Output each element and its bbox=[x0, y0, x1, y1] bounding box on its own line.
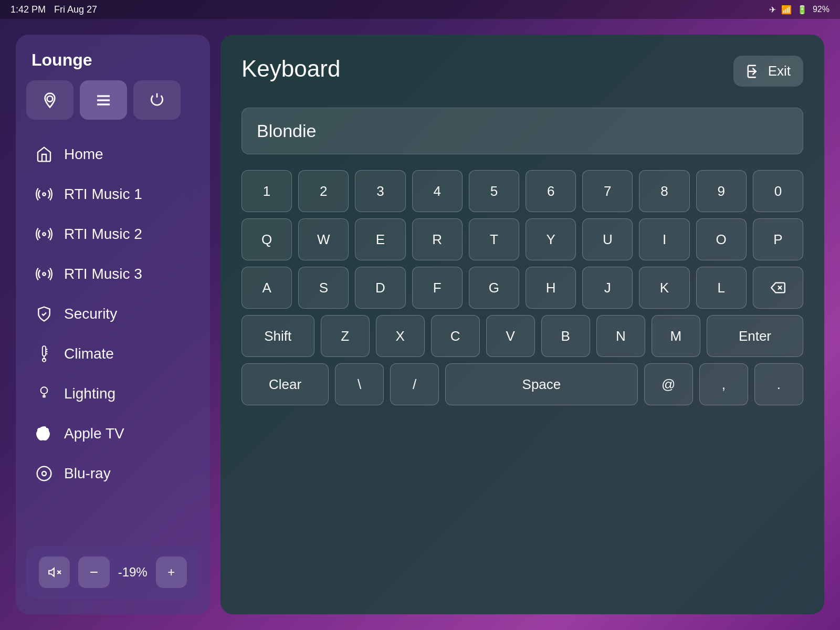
volume-value: -19% bbox=[118, 565, 148, 580]
rti-music-3-icon bbox=[35, 265, 54, 284]
key-at[interactable]: @ bbox=[644, 363, 693, 405]
key-clear[interactable]: Clear bbox=[242, 363, 329, 405]
sidebar-item-apple-tv[interactable]: Apple TV bbox=[26, 415, 200, 453]
climate-icon bbox=[35, 344, 54, 363]
key-n[interactable]: N bbox=[596, 315, 645, 357]
key-p[interactable]: P bbox=[753, 218, 803, 260]
key-5[interactable]: 5 bbox=[469, 170, 519, 212]
sidebar-item-climate[interactable]: Climate bbox=[26, 335, 200, 373]
key-i[interactable]: I bbox=[639, 218, 689, 260]
sidebar-title: Lounge bbox=[26, 50, 200, 70]
key-1[interactable]: 1 bbox=[242, 170, 292, 212]
sidebar-item-rti-music-1[interactable]: RTI Music 1 bbox=[26, 175, 200, 213]
key-d[interactable]: D bbox=[355, 267, 405, 309]
key-7[interactable]: 7 bbox=[582, 170, 633, 212]
key-l[interactable]: L bbox=[696, 267, 747, 309]
svg-point-5 bbox=[43, 233, 45, 235]
key-o[interactable]: O bbox=[696, 218, 747, 260]
status-left: 1:42 PM Fri Aug 27 bbox=[10, 4, 97, 15]
menu-button[interactable] bbox=[80, 80, 127, 120]
svg-point-13 bbox=[41, 387, 48, 394]
blu-ray-icon bbox=[35, 464, 54, 483]
key-0[interactable]: 0 bbox=[753, 170, 803, 212]
key-8[interactable]: 8 bbox=[639, 170, 689, 212]
key-e[interactable]: E bbox=[355, 218, 405, 260]
apple-tv-icon bbox=[35, 424, 54, 443]
text-input-area[interactable]: Blondie bbox=[242, 108, 803, 154]
svg-point-17 bbox=[37, 467, 51, 481]
key-u[interactable]: U bbox=[582, 218, 633, 260]
key-4[interactable]: 4 bbox=[412, 170, 463, 212]
key-slash[interactable]: / bbox=[390, 363, 439, 405]
sidebar-item-lighting[interactable]: Lighting bbox=[26, 375, 200, 413]
bottom-row: Clear \ / Space @ , . bbox=[242, 363, 803, 405]
sidebar-item-rti-music-2[interactable]: RTI Music 2 bbox=[26, 215, 200, 253]
key-space[interactable]: Space bbox=[445, 363, 637, 405]
sidebar-item-rti-music-3[interactable]: RTI Music 3 bbox=[26, 255, 200, 293]
key-6[interactable]: 6 bbox=[526, 170, 576, 212]
location-button[interactable] bbox=[26, 80, 74, 120]
key-b[interactable]: B bbox=[541, 315, 590, 357]
keyboard: 1 2 3 4 5 6 7 8 9 0 Q W E R T Y U I bbox=[242, 170, 803, 405]
svg-point-0 bbox=[47, 96, 53, 102]
number-row: 1 2 3 4 5 6 7 8 9 0 bbox=[242, 170, 803, 212]
wifi-icon: 📶 bbox=[781, 5, 792, 15]
sidebar-item-blu-ray[interactable]: Blu-ray bbox=[26, 455, 200, 492]
key-backslash[interactable]: \ bbox=[335, 363, 384, 405]
sidebar-item-label-home: Home bbox=[64, 146, 103, 163]
key-y[interactable]: Y bbox=[526, 218, 576, 260]
key-c[interactable]: C bbox=[431, 315, 480, 357]
exit-button[interactable]: Exit bbox=[733, 56, 803, 87]
volume-increase-button[interactable]: + bbox=[156, 556, 187, 588]
svg-point-9 bbox=[43, 359, 46, 362]
battery-percent: 92% bbox=[813, 5, 830, 14]
sidebar-item-label-rti-music-1: RTI Music 1 bbox=[64, 186, 142, 203]
panel-title: Keyboard bbox=[242, 56, 340, 82]
key-m[interactable]: M bbox=[652, 315, 700, 357]
key-j[interactable]: J bbox=[582, 267, 633, 309]
svg-point-6 bbox=[43, 272, 45, 275]
volume-bar: − -19% + bbox=[26, 546, 200, 598]
status-time: 1:42 PM bbox=[10, 4, 46, 15]
key-t[interactable]: T bbox=[469, 218, 519, 260]
key-9[interactable]: 9 bbox=[696, 170, 747, 212]
status-right: ✈ 📶 🔋 92% bbox=[769, 5, 830, 15]
key-r[interactable]: R bbox=[412, 218, 463, 260]
sidebar-controls bbox=[26, 80, 200, 120]
key-f[interactable]: F bbox=[412, 267, 463, 309]
key-a[interactable]: A bbox=[242, 267, 292, 309]
power-button[interactable] bbox=[133, 80, 181, 120]
key-g[interactable]: G bbox=[469, 267, 519, 309]
sidebar-item-security[interactable]: Security bbox=[26, 295, 200, 333]
mute-button[interactable] bbox=[39, 556, 70, 588]
asdf-row: A S D F G H J K L bbox=[242, 267, 803, 309]
key-q[interactable]: Q bbox=[242, 218, 292, 260]
svg-point-4 bbox=[43, 193, 45, 195]
key-s[interactable]: S bbox=[298, 267, 349, 309]
rti-music-1-icon bbox=[35, 185, 54, 204]
sidebar-item-label-apple-tv: Apple TV bbox=[64, 425, 124, 442]
key-2[interactable]: 2 bbox=[298, 170, 349, 212]
exit-icon bbox=[746, 64, 762, 79]
key-w[interactable]: W bbox=[298, 218, 349, 260]
sidebar: Lounge bbox=[16, 35, 210, 614]
key-shift[interactable]: Shift bbox=[242, 315, 314, 357]
key-h[interactable]: H bbox=[526, 267, 576, 309]
nav-items: Home RTI Music 1 bbox=[26, 135, 200, 536]
key-v[interactable]: V bbox=[486, 315, 535, 357]
sidebar-item-home[interactable]: Home bbox=[26, 135, 200, 173]
key-period[interactable]: . bbox=[754, 363, 803, 405]
volume-decrease-button[interactable]: − bbox=[78, 556, 109, 588]
shift-row: Shift Z X C V B N M Enter bbox=[242, 315, 803, 357]
status-date: Fri Aug 27 bbox=[54, 4, 97, 15]
key-enter[interactable]: Enter bbox=[707, 315, 803, 357]
key-z[interactable]: Z bbox=[321, 315, 370, 357]
key-backspace[interactable] bbox=[753, 267, 803, 309]
key-comma[interactable]: , bbox=[699, 363, 748, 405]
key-k[interactable]: K bbox=[639, 267, 689, 309]
key-x[interactable]: X bbox=[376, 315, 425, 357]
svg-point-18 bbox=[42, 471, 46, 476]
key-3[interactable]: 3 bbox=[355, 170, 405, 212]
exit-label: Exit bbox=[768, 63, 791, 79]
sidebar-item-label-rti-music-3: RTI Music 3 bbox=[64, 266, 142, 282]
